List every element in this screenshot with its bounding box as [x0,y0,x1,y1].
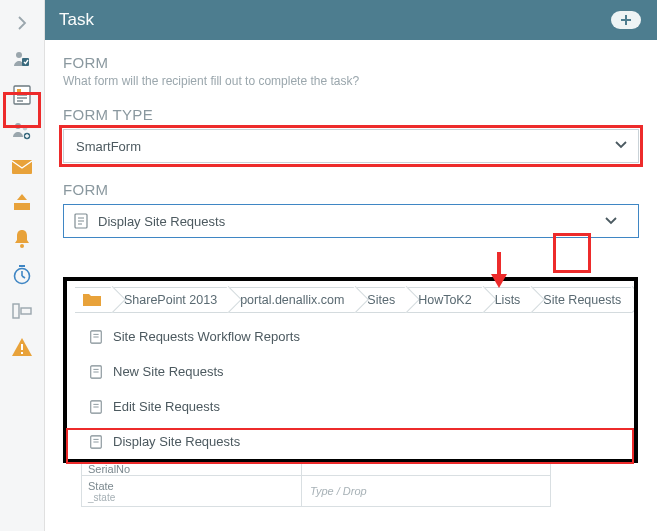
panel-titlebar: Task [45,0,657,40]
chevron-down-icon[interactable] [594,204,628,238]
breadcrumb-item[interactable]: SharePoint 2013 [106,287,229,313]
form-selected-value: Display Site Requests [98,214,594,229]
svg-point-7 [15,123,21,129]
form-dropdown[interactable]: Display Site Requests [63,204,639,238]
form-icon[interactable] [4,78,40,112]
svg-rect-18 [21,344,23,350]
collapse-icon[interactable] [4,6,40,40]
left-nav [0,0,45,531]
form-type-label: FORM TYPE [63,106,639,123]
table-row: State _state Type / Drop [81,476,551,507]
page-icon [89,400,103,414]
breadcrumb: SharePoint 2013 portal.denallix.com Site… [67,281,634,319]
svg-point-8 [23,126,28,131]
svg-rect-15 [19,265,25,267]
page-icon [89,330,103,344]
svg-rect-17 [21,308,31,314]
page-icon [89,435,103,449]
section-form-sub: What form will the recipient fill out to… [63,74,639,88]
svg-point-11 [20,244,24,248]
form-dropdown-panel: SharePoint 2013 portal.denallix.com Site… [63,277,638,463]
breadcrumb-item[interactable]: portal.denallix.com [222,287,356,313]
warning-icon[interactable] [4,330,40,364]
panel-title: Task [59,10,94,30]
layout-icon[interactable] [4,294,40,328]
folder-icon [83,292,101,309]
dropdown-item[interactable]: Site Requests Workflow Reports [67,319,634,354]
add-button[interactable] [611,11,641,29]
form-type-value: SmartForm [76,139,141,154]
dropdown-item-display[interactable]: Display Site Requests [67,424,634,459]
svg-line-14 [22,276,25,278]
section-form-label: FORM [63,54,639,71]
form-type-dropdown[interactable]: SmartForm [63,129,639,163]
svg-point-0 [16,52,22,58]
svg-rect-19 [21,352,23,354]
timer-icon[interactable] [4,258,40,292]
mail-icon[interactable] [4,150,40,184]
svg-rect-16 [13,304,19,318]
page-icon [89,365,103,379]
dropdown-item[interactable]: New Site Requests [67,354,634,389]
svg-rect-3 [17,89,21,92]
recipients-icon[interactable] [4,114,40,148]
svg-rect-10 [12,160,32,174]
user-task-icon[interactable] [4,42,40,76]
svg-rect-1 [22,58,29,66]
form-small-icon [64,213,98,229]
chevron-down-icon [614,138,628,155]
background-table: SerialNo State _state Type / Drop [81,460,551,507]
outbox-icon[interactable] [4,186,40,220]
dropdown-item[interactable]: Edit Site Requests [67,389,634,424]
bell-icon[interactable] [4,222,40,256]
form-label: FORM [63,181,639,198]
